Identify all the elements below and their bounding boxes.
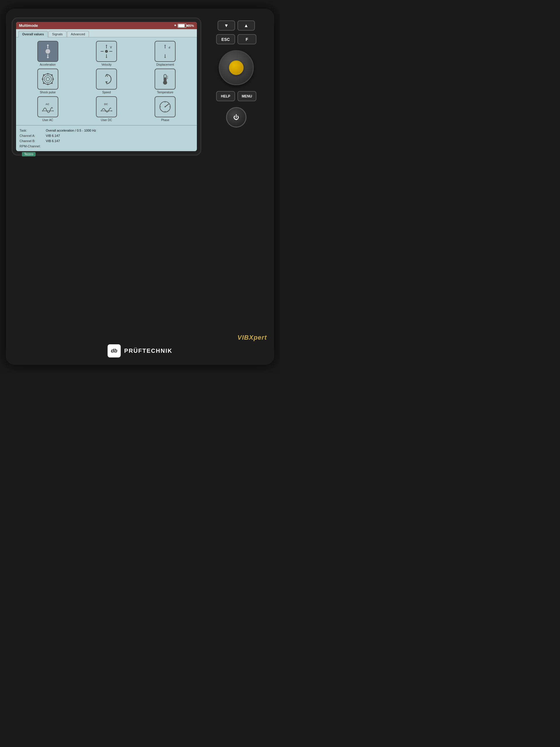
user-ac-label: User AC bbox=[42, 119, 53, 122]
svg-marker-10 bbox=[106, 57, 107, 58]
svg-marker-4 bbox=[47, 57, 49, 58]
measurement-shock[interactable]: Shock pulse bbox=[20, 69, 76, 94]
svg-point-8 bbox=[105, 50, 108, 53]
svg-marker-2 bbox=[47, 44, 49, 46]
help-button[interactable]: HELP bbox=[216, 91, 235, 101]
svg-text:d: d bbox=[168, 46, 170, 49]
svg-point-21 bbox=[47, 73, 48, 75]
screen-header: Multimode ✴ 85% bbox=[16, 22, 197, 29]
shock-label: Shock pulse bbox=[40, 91, 55, 94]
battery-fill bbox=[178, 24, 185, 27]
battery-indicator: ✴ 85% bbox=[174, 24, 194, 28]
power-btn-container: ⏻ bbox=[204, 107, 268, 128]
db-logo: db bbox=[108, 344, 121, 357]
svg-text:V: V bbox=[110, 46, 112, 49]
icons-grid: Acceleration V bbox=[16, 37, 197, 125]
channel-b-label: Channel B: bbox=[20, 139, 46, 143]
velocity-icon: V bbox=[96, 41, 117, 62]
svg-point-28 bbox=[51, 83, 53, 84]
nav-ring[interactable] bbox=[219, 50, 254, 85]
svg-point-26 bbox=[51, 74, 53, 76]
tab-signals[interactable]: Signals bbox=[48, 31, 66, 37]
svg-point-25 bbox=[43, 74, 44, 76]
controls-section: ▼ ▲ ESC F bbox=[204, 18, 268, 156]
channel-b-value: VIB 6.147 bbox=[46, 139, 60, 143]
tabs-row: Overall values Signals Advanced bbox=[16, 29, 197, 37]
svg-line-29 bbox=[105, 74, 106, 77]
displacement-icon: d bbox=[155, 41, 176, 62]
speed-icon bbox=[96, 69, 117, 89]
esc-f-row: ESC F bbox=[204, 34, 268, 44]
channel-a-value: VIB 6.147 bbox=[46, 134, 60, 137]
svg-point-24 bbox=[52, 78, 54, 80]
info-section: Task: Overall acceleration / 0.5 - 1000 … bbox=[16, 125, 197, 151]
task-row: Task: Overall acceleration / 0.5 - 1000 … bbox=[20, 128, 193, 133]
phase-label: Phase bbox=[161, 119, 169, 122]
vibxpert-brand-text: VIBXpert bbox=[237, 334, 267, 341]
user-ac-icon: AC bbox=[37, 96, 58, 117]
power-icon: ⏻ bbox=[233, 114, 239, 121]
power-button[interactable]: ⏻ bbox=[226, 107, 246, 128]
svg-text:AC: AC bbox=[46, 103, 49, 106]
shock-icon bbox=[37, 69, 58, 89]
menu-button[interactable]: MENU bbox=[237, 91, 257, 101]
user-dc-label: User DC bbox=[101, 119, 112, 122]
nav-center-button[interactable] bbox=[229, 60, 243, 75]
svg-point-33 bbox=[163, 81, 167, 84]
channel-a-row: Channel A: VIB 6.147 bbox=[20, 133, 193, 138]
screen-section: Multimode ✴ 85% bbox=[12, 18, 201, 156]
battery-icon bbox=[178, 24, 186, 28]
task-label: Task: bbox=[20, 129, 46, 132]
sun-icon: ✴ bbox=[174, 24, 177, 27]
volume-plus-button[interactable]: ▲ bbox=[237, 20, 255, 31]
measurement-displacement[interactable]: d Displacement bbox=[137, 41, 193, 66]
svg-marker-15 bbox=[164, 45, 166, 46]
battery-pct: 85% bbox=[188, 24, 194, 27]
channel-a-label: Channel A: bbox=[20, 134, 46, 137]
acceleration-label: Acceleration bbox=[40, 63, 56, 66]
svg-line-46 bbox=[165, 104, 169, 107]
tezzco-label: Tezzco bbox=[22, 152, 35, 156]
svg-marker-7 bbox=[106, 45, 107, 46]
device: Multimode ✴ 85% bbox=[6, 9, 274, 365]
screen: Multimode ✴ 85% bbox=[16, 22, 197, 151]
tab-advanced[interactable]: Advanced bbox=[67, 31, 89, 37]
svg-point-27 bbox=[43, 83, 44, 84]
svg-point-19 bbox=[44, 76, 51, 83]
svg-point-22 bbox=[47, 84, 48, 85]
svg-point-0 bbox=[46, 49, 50, 54]
displacement-label: Displacement bbox=[156, 63, 174, 66]
screen-wrapper: Multimode ✴ 85% bbox=[16, 22, 197, 151]
acceleration-icon bbox=[37, 41, 58, 62]
db-logo-section: db PRÜFTECHNIK bbox=[108, 344, 172, 357]
f-button[interactable]: F bbox=[237, 34, 257, 44]
measurement-user-dc[interactable]: DC User DC bbox=[78, 96, 134, 122]
svg-point-20 bbox=[46, 77, 50, 81]
svg-marker-17 bbox=[164, 57, 166, 58]
user-dc-icon: DC bbox=[96, 96, 117, 117]
screen-bezel: Multimode ✴ 85% bbox=[12, 18, 201, 156]
channel-b-row: Channel B: VIB 6.147 bbox=[20, 138, 193, 144]
volume-minus-button[interactable]: ▼ bbox=[218, 20, 235, 31]
rpm-row: RPM-Channel: bbox=[20, 144, 193, 149]
nav-ring-container bbox=[204, 50, 268, 85]
svg-point-23 bbox=[42, 78, 43, 80]
temperature-icon bbox=[155, 69, 176, 89]
measurement-temperature[interactable]: Temperature bbox=[137, 69, 193, 94]
tab-overall-values[interactable]: Overall values bbox=[18, 31, 48, 37]
screen-title: Multimode bbox=[19, 23, 38, 28]
velocity-label: Velocity bbox=[102, 63, 111, 66]
speed-label: Speed bbox=[102, 91, 111, 94]
task-value: Overall acceleration / 0.5 - 1000 Hz bbox=[46, 129, 96, 132]
rpm-label: RPM-Channel: bbox=[20, 145, 46, 148]
phase-icon bbox=[155, 96, 176, 117]
help-menu-row: HELP MENU bbox=[204, 91, 268, 101]
measurement-phase[interactable]: Phase bbox=[137, 96, 193, 122]
measurement-acceleration[interactable]: Acceleration bbox=[20, 41, 76, 66]
measurement-velocity[interactable]: V bbox=[78, 41, 134, 66]
esc-button[interactable]: ESC bbox=[216, 34, 235, 44]
device-main: Multimode ✴ 85% bbox=[12, 18, 268, 156]
measurement-speed[interactable]: Speed bbox=[78, 69, 134, 94]
svg-text:DC: DC bbox=[104, 103, 108, 106]
measurement-user-ac[interactable]: AC User AC bbox=[20, 96, 76, 122]
